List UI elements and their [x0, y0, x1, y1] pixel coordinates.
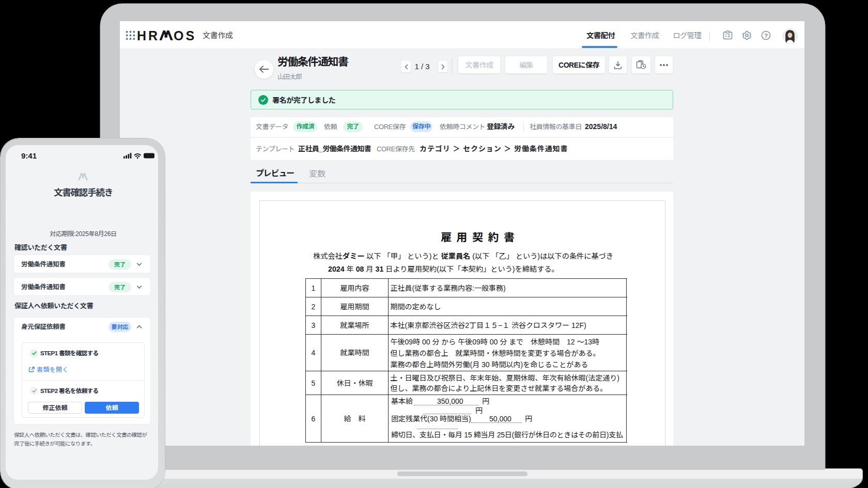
svg-text:?: ?: [764, 33, 768, 39]
